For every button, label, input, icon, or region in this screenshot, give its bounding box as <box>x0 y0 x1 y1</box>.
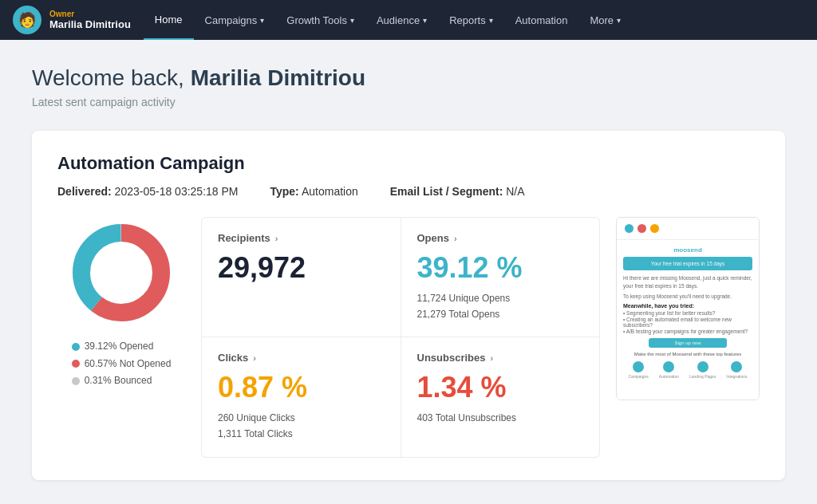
donut-legend: 39.12% Opened 60.57% Not Opened 0.31% Bo… <box>72 338 172 390</box>
owner-label: Owner <box>49 10 131 18</box>
preview-banner: Your free trial expires in 15 days <box>623 257 752 270</box>
legend-bounced: 0.31% Bounced <box>72 372 172 390</box>
nav-item-home[interactable]: Home <box>144 0 194 40</box>
feature-icon-3: Landing Pages <box>689 361 716 379</box>
stats-area: 39.12% Opened 60.57% Not Opened 0.31% Bo… <box>57 217 760 458</box>
preview-heading: Meanwhile, have you tried: <box>623 303 752 309</box>
legend-not-opened: 60.57% Not Opened <box>72 356 172 373</box>
preview-body: moosend Your free trial expires in 15 da… <box>617 240 759 400</box>
preview-logo: moosend <box>623 246 752 254</box>
stat-grid: Recipients › 29,972 Opens › 39.12 % 11,7… <box>201 217 600 458</box>
type-field: Type: Automation <box>270 185 357 198</box>
preview-bullet-3: • A/B testing your campaigns for greater… <box>623 329 752 334</box>
preview-bullet-1: • Segmenting your list for better result… <box>623 310 752 316</box>
delivered-field: Delivered: 2023-05-18 03:25:18 PM <box>57 185 238 198</box>
nav-item-reports[interactable]: Reports ▾ <box>438 0 504 40</box>
preview-window-bar <box>617 218 759 240</box>
chevron-right-icon: › <box>253 353 256 363</box>
chevron-right-icon: › <box>490 353 493 363</box>
nav-items: Home Campaigns ▾ Growth Tools ▾ Audience… <box>144 0 804 40</box>
svg-point-4 <box>91 242 152 303</box>
preview-text-2: To keep using Moosend you'll need to upg… <box>623 293 752 301</box>
main-content: Welcome back, Marilia Dimitriou Latest s… <box>0 40 817 504</box>
email-preview: moosend Your free trial expires in 15 da… <box>616 217 760 400</box>
user-avatar: 🧑 <box>13 6 41 34</box>
feature-icon-4: Integrations <box>726 361 747 379</box>
welcome-heading: Welcome back, Marilia Dimitriou <box>32 65 785 91</box>
chevron-down-icon: ▾ <box>350 16 354 25</box>
donut-section: 39.12% Opened 60.57% Not Opened 0.31% Bo… <box>57 217 185 390</box>
page-subtitle: Latest sent campaign activity <box>32 96 785 108</box>
win-dot-cyan <box>625 224 633 233</box>
user-name: Marilia Dimitriou <box>49 18 131 30</box>
main-nav: 🧑 Owner Marilia Dimitriou Home Campaigns… <box>0 0 817 40</box>
chevron-right-icon: › <box>275 234 278 243</box>
opened-dot <box>72 343 80 351</box>
bounced-dot <box>72 377 80 385</box>
unsubscribes-percent: 1.34 % <box>417 372 584 404</box>
chevron-down-icon: ▾ <box>423 16 427 25</box>
opens-sub: 11,724 Unique Opens 21,279 Total Opens <box>417 290 584 323</box>
clicks-percent: 0.87 % <box>218 372 385 404</box>
opens-percent: 39.12 % <box>417 252 584 284</box>
preview-feature-icons: Campaigns Automation Landing Pages <box>623 361 752 379</box>
clicks-sub: 260 Unique Clicks 1,311 Total Clicks <box>218 410 385 443</box>
campaign-title: Automation Campaign <box>57 153 760 174</box>
chevron-right-icon: › <box>454 234 457 243</box>
preview-footer: Make the most of Moosend with these top … <box>623 352 752 356</box>
recipients-value: 29,972 <box>218 252 385 284</box>
unsubscribes-box: Unsubscribes › 1.34 % 403 Total Unsubscr… <box>401 337 600 456</box>
preview-cta-button[interactable]: Sign up now <box>649 338 726 348</box>
preview-bullet-2: • Creating an automated email to welcome… <box>623 317 752 328</box>
campaign-meta: Delivered: 2023-05-18 03:25:18 PM Type: … <box>57 185 760 198</box>
feature-icon-1: Campaigns <box>628 361 648 379</box>
feature-icon-2: Automation <box>659 361 679 379</box>
nav-item-audience[interactable]: Audience ▾ <box>365 0 438 40</box>
segment-field: Email List / Segment: N/A <box>390 185 525 198</box>
opens-box: Opens › 39.12 % 11,724 Unique Opens 21,2… <box>401 218 600 337</box>
win-dot-red <box>637 224 646 233</box>
clicks-box: Clicks › 0.87 % 260 Unique Clicks 1,311 … <box>202 337 401 456</box>
chevron-down-icon: ▾ <box>489 16 493 25</box>
chevron-down-icon: ▾ <box>260 16 264 25</box>
recipients-box: Recipients › 29,972 <box>202 218 401 337</box>
nav-item-growth-tools[interactable]: Growth Tools ▾ <box>275 0 365 40</box>
brand-logo[interactable]: 🧑 Owner Marilia Dimitriou <box>13 6 131 34</box>
donut-chart <box>65 217 177 329</box>
not-opened-dot <box>72 360 80 368</box>
nav-item-automation[interactable]: Automation <box>504 0 579 40</box>
chevron-down-icon: ▾ <box>617 16 621 25</box>
nav-item-more[interactable]: More ▾ <box>578 0 632 40</box>
legend-opened: 39.12% Opened <box>72 338 172 356</box>
nav-item-campaigns[interactable]: Campaigns ▾ <box>194 0 276 40</box>
preview-text-1: Hi there we are missing Moosend, just a … <box>623 274 752 290</box>
win-dot-orange <box>650 224 659 233</box>
unsubscribes-sub: 403 Total Unsubscribes <box>417 410 584 426</box>
campaign-card: Automation Campaign Delivered: 2023-05-1… <box>32 131 785 480</box>
